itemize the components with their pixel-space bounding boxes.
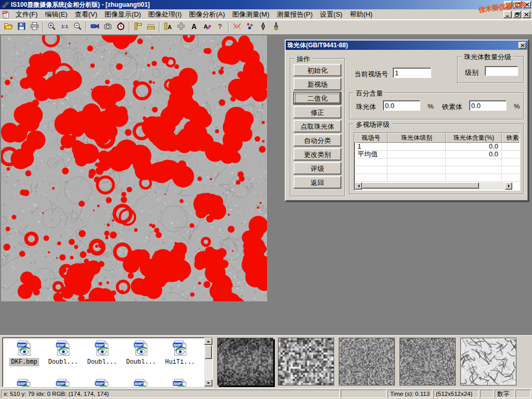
table-hscrollbar[interactable] — [355, 182, 512, 190]
auto-classify-button[interactable]: 自动分类 — [294, 134, 341, 147]
pearlite-percent-input[interactable] — [383, 100, 420, 111]
file-item-4[interactable]: BMPDoubl... — [122, 340, 160, 366]
file-vscrollbar[interactable] — [204, 338, 212, 387]
help-tool-button[interactable]: ? — [214, 21, 227, 33]
grade-level-input[interactable] — [485, 66, 518, 76]
hscroll-left-button[interactable] — [355, 182, 362, 190]
pick-pearlite-button[interactable]: 点取珠光体 — [294, 120, 341, 132]
table-row-2[interactable] — [354, 158, 520, 166]
file-item-partial-1[interactable]: BMP — [5, 378, 43, 387]
file-browser: BMPDKF.bmpBMPDoubl...BMPDoubl...BMPDoubl… — [2, 337, 213, 387]
grade-level-label: 级别 — [465, 68, 478, 77]
menu-item-image-display[interactable]: 图像显示(D) — [101, 9, 144, 20]
file-item-3[interactable]: BMPDoubl... — [83, 340, 121, 366]
grading-group-label: 珠光体数量分级 — [462, 52, 513, 62]
dialog-titlebar[interactable]: 珠光体(GB/T9441-88) — [286, 41, 528, 50]
brush-button[interactable] — [270, 21, 283, 33]
thumbnail-4[interactable] — [400, 338, 456, 385]
zoom-out-button[interactable] — [71, 21, 84, 33]
menu-item-file[interactable]: 文件(F) — [12, 9, 42, 20]
ferrite-percent-input[interactable] — [469, 100, 507, 111]
file-item-5[interactable]: BMPHuiTi... — [161, 340, 199, 366]
text-edit-icon: A — [203, 22, 211, 33]
print-button[interactable] — [28, 21, 41, 33]
calibration-button[interactable]: A — [162, 21, 175, 33]
text-edit-button[interactable]: A — [201, 21, 214, 33]
menu-item-settings[interactable]: 设置(S) — [316, 9, 346, 20]
clock-icon — [116, 22, 125, 33]
change-class-button[interactable]: 更改类别 — [294, 148, 341, 161]
titlebar[interactable]: IS100显微摄像系统(金相分析版) - [zhuguangti01] — [0, 0, 532, 9]
timer-button[interactable] — [114, 21, 127, 33]
camera-icon — [103, 22, 112, 33]
table-row-4[interactable] — [354, 174, 520, 182]
thumbnail-3[interactable] — [339, 338, 395, 385]
table-cell: 1 — [354, 143, 388, 150]
menu-item-view[interactable]: 查看(V) — [71, 9, 101, 20]
table-cell — [388, 143, 446, 150]
status-mode: 数字 — [495, 390, 514, 398]
open-button[interactable] — [2, 21, 15, 33]
current-field-input[interactable] — [393, 68, 431, 78]
vscroll-thumb[interactable] — [205, 345, 212, 359]
thumbnail-canvas-1 — [218, 338, 273, 385]
file-item-partial-3[interactable]: BMP — [83, 378, 121, 387]
measure-caliper-button[interactable] — [131, 21, 144, 33]
hscroll-thumb[interactable] — [362, 182, 479, 189]
table-cell — [502, 143, 520, 150]
grid-button[interactable] — [175, 21, 188, 33]
child-restore-button[interactable] — [513, 11, 521, 18]
zoom-in-button[interactable] — [45, 21, 58, 33]
return-button[interactable]: 返回 — [294, 176, 341, 189]
svg-text:BMP: BMP — [174, 343, 182, 347]
save-button[interactable] — [15, 21, 28, 33]
thumbnail-canvas-4 — [400, 338, 455, 385]
thumbnail-canvas-2 — [278, 338, 334, 385]
hscroll-track[interactable] — [362, 182, 505, 190]
curve-tool-button[interactable] — [231, 21, 244, 33]
file-item-partial-5[interactable]: BMP — [161, 378, 199, 387]
table-row-0[interactable]: 10.0 — [354, 143, 520, 151]
menu-item-help[interactable]: 帮助(H) — [346, 9, 376, 20]
document-icon[interactable]: DOC — [2, 10, 10, 19]
text-annotate-button[interactable]: A — [188, 21, 201, 33]
init-button[interactable]: 初始化 — [294, 64, 341, 76]
multi-field-group-label: 多视场评级 — [354, 120, 392, 129]
window-title: IS100显微摄像系统(金相分析版) - [zhuguangti01] — [11, 1, 150, 9]
menu-item-image-process[interactable]: 图像处理(I) — [144, 9, 185, 20]
correct-button[interactable]: 修正 — [294, 106, 341, 118]
table-row-1[interactable]: 平均值0.0 — [354, 151, 520, 158]
child-minimize-button[interactable] — [503, 11, 512, 18]
vscroll-down-button[interactable] — [204, 379, 212, 387]
file-item-partial-4[interactable]: BMP — [122, 378, 160, 387]
draw-pen-button[interactable] — [257, 21, 270, 33]
bmp-file-icon: BMP — [5, 340, 43, 356]
video-capture-button[interactable] — [88, 21, 101, 33]
menu-item-image-measure[interactable]: 图像测量(M) — [229, 9, 273, 20]
snapshot-button[interactable] — [101, 21, 114, 33]
binarize-button[interactable]: 二值化 — [294, 92, 341, 104]
child-close-button[interactable] — [522, 11, 530, 18]
file-item-partial-2[interactable]: BMP — [44, 378, 82, 387]
menu-item-edit[interactable]: 编辑(E) — [42, 9, 71, 20]
actual-size-button[interactable]: 1:1 — [58, 21, 71, 33]
grading-table[interactable]: 视场号珠光体级别珠光体含量(%)铁素体含量(%) 10.0平均值0.0 — [354, 132, 520, 191]
menu-item-image-analysis[interactable]: 图像分析(A) — [185, 9, 229, 20]
table-row-3[interactable] — [354, 166, 520, 174]
app-icon[interactable] — [2, 1, 9, 9]
thumbnail-5[interactable] — [460, 338, 516, 385]
table-cell: 平均值 — [354, 151, 388, 158]
vscroll-up-button[interactable] — [204, 338, 212, 345]
hscroll-right-button[interactable] — [505, 182, 512, 190]
thumbnail-2[interactable] — [278, 338, 334, 385]
file-item-1[interactable]: BMPDKF.bmp — [5, 340, 43, 366]
dialog-close-button[interactable] — [518, 42, 526, 49]
file-item-2[interactable]: BMPDoubl... — [44, 340, 82, 366]
classify-button[interactable] — [244, 21, 257, 33]
micrograph-canvas[interactable] — [1, 35, 267, 301]
new-field-button[interactable]: 新视场 — [294, 78, 341, 90]
menu-item-measure-report[interactable]: 测量报告(P) — [273, 9, 316, 20]
thumbnail-1[interactable] — [217, 338, 273, 385]
measure-ruler-button[interactable] — [144, 21, 157, 33]
grade-button[interactable]: 评级 — [294, 162, 341, 175]
